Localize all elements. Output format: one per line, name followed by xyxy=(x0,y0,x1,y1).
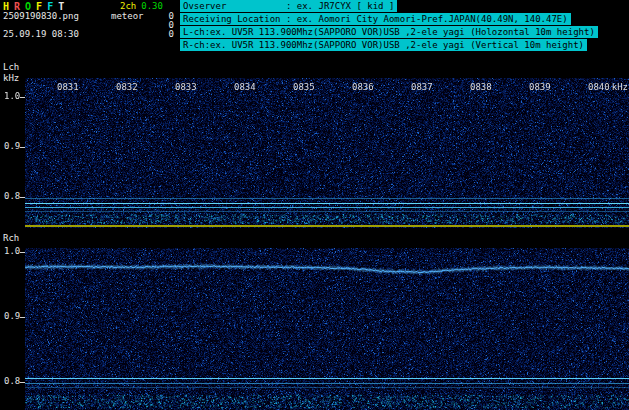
output-filename: 2509190830.png xyxy=(3,12,79,21)
info-line-lch: L-ch:ex. UV5R 113.900Mhz(SAPPORO VOR)USB… xyxy=(180,26,598,38)
lch-spectrogram xyxy=(25,78,629,228)
y-tick-mark xyxy=(20,382,25,383)
time-tick-label: 0835 xyxy=(293,83,315,92)
y-tick-mark xyxy=(20,317,25,318)
khz-axis-label: kHz xyxy=(3,74,19,83)
version-channels: 2ch xyxy=(120,1,136,11)
info-line-rch: R-ch:ex. UV5R 113.900Mhz(SAPPORO VOR)USB… xyxy=(180,39,587,51)
y-tick-mark xyxy=(20,97,25,98)
y-tick-label: 0.8 xyxy=(4,377,20,386)
time-tick-label: 0836 xyxy=(352,83,374,92)
info-line-location: Receiving Location : ex. Aomori City Aom… xyxy=(180,13,571,25)
y-tick-mark xyxy=(20,252,25,253)
y-tick-mark xyxy=(20,197,25,198)
version-label: 2ch0.30 xyxy=(120,2,168,11)
datetime: 25.09.19 08:30 xyxy=(3,30,79,39)
version-number: 0.30 xyxy=(141,1,163,11)
time-tick-label: 0832 xyxy=(116,83,138,92)
station-info: Ovserver : ex. JR7CYX [ kid ] Receiving … xyxy=(180,0,629,52)
rch-spectrogram xyxy=(25,248,629,410)
time-tick-label: 0837 xyxy=(411,83,433,92)
y-tick-mark xyxy=(20,147,25,148)
y-tick-label: 0.9 xyxy=(4,312,20,321)
time-tick-label: 0840 xyxy=(588,83,610,92)
time-tick-label: 0838 xyxy=(470,83,492,92)
time-tick-label: 0834 xyxy=(234,83,256,92)
hrofft-output: HROFFT 2ch0.30 2509190830.png meteor 0 0… xyxy=(0,0,629,410)
time-tick-label: 0831 xyxy=(57,83,79,92)
meteor-count: 0 xyxy=(160,30,174,39)
rch-label: Rch xyxy=(3,234,19,243)
y-tick-label: 1.0 xyxy=(4,247,20,256)
lch-label: Lch xyxy=(3,63,19,72)
y-tick-label: 0.8 xyxy=(4,192,20,201)
info-line-observer: Ovserver : ex. JR7CYX [ kid ] xyxy=(180,0,397,12)
freq-unit-right-label: kHz xyxy=(612,83,628,92)
meteor-label: meteor xyxy=(111,12,144,21)
hrofft-logo: HROFFT xyxy=(3,2,69,11)
time-axis: 0831083208330834083508360837083808390840… xyxy=(25,83,629,93)
y-tick-label: 1.0 xyxy=(4,92,20,101)
time-tick-label: 0833 xyxy=(175,83,197,92)
y-tick-label: 0.9 xyxy=(4,142,20,151)
time-tick-label: 0839 xyxy=(529,83,551,92)
